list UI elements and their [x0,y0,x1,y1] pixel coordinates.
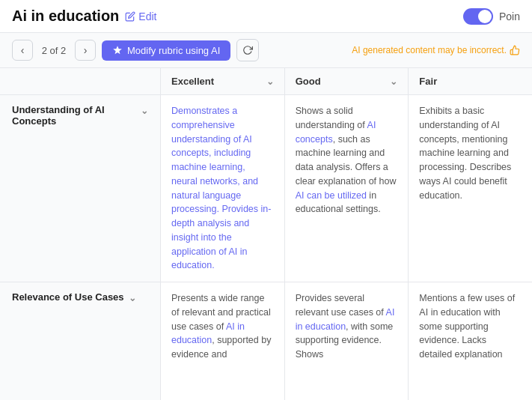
pencil-icon [125,11,135,22]
thumbs-up-icon [510,45,520,55]
cell-2-good[interactable]: Provides several relevant use cases of A… [285,282,409,400]
row-label-2[interactable]: Relevance of Use Cases ⌄ [0,282,161,400]
col-header-excellent-label: Excellent [171,76,214,87]
points-toggle[interactable] [463,8,493,25]
col-header-fair[interactable]: Fair [409,68,532,94]
cell-2-excellent[interactable]: Presents a wide range of relevant and pr… [161,282,285,400]
col-header-excellent[interactable]: Excellent ⌄ [161,68,285,94]
row-label-text-1: Understanding of AI Concepts [12,104,136,127]
cell-2-fair[interactable]: Mentions a few uses of AI in education w… [409,282,532,400]
app-header: Ai in education Edit Poin [0,0,532,33]
header-right: Poin [463,8,520,25]
edit-label: Edit [138,10,156,22]
criteria-header [0,68,161,94]
table-row: Relevance of Use Cases ⌄ Presents a wide… [0,282,532,400]
edit-button[interactable]: Edit [125,10,156,22]
row-label-text-2: Relevance of Use Cases [12,291,124,303]
points-label: Poin [499,10,520,22]
modify-rubric-button[interactable]: Modify rubric using AI [102,40,230,61]
refresh-icon [242,45,253,55]
cell-1-fair[interactable]: Exhibits a basic understanding of AI con… [409,95,532,282]
cell-text: Presents a wide range of relevant and pr… [171,293,271,332]
cell-text: Shows a solid understanding of [296,106,367,130]
row-label-1[interactable]: Understanding of AI Concepts ⌄ [0,95,161,282]
chevron-down-icon: ⌄ [266,76,274,87]
refresh-button[interactable] [236,39,259,61]
rubric-table: Excellent ⌄ Good ⌄ Fair Understanding of… [0,68,532,400]
col-header-good-label: Good [296,76,321,87]
table-header: Excellent ⌄ Good ⌄ Fair [0,68,532,95]
cell-text: Mentions a few uses of AI in education w… [419,293,515,360]
next-page-button[interactable]: › [75,40,96,61]
sparkle-icon [112,45,123,55]
ai-notice: AI generated content may be incorrect. [352,45,520,55]
ai-notice-text: AI generated content may be incorrect. [352,45,507,55]
cell-text: Demonstrates a comprehensive understandi… [171,106,258,214]
col-header-fair-label: Fair [419,76,437,87]
svg-marker-0 [113,46,122,54]
page-indicator: 2 of 2 [39,45,69,56]
rubric-toolbar: ‹ 2 of 2 › Modify rubric using AI AI gen… [0,33,532,68]
page-title: Ai in education [12,7,119,25]
row-chevron-icon: ⌄ [141,106,148,116]
cell-1-good[interactable]: Shows a solid understanding of AI concep… [285,95,409,282]
cell-text: Provides several relevant use cases of [296,293,386,318]
chevron-down-icon: ⌄ [390,76,397,87]
row-chevron-icon: ⌄ [129,293,136,303]
col-header-good[interactable]: Good ⌄ [285,68,409,94]
cell-1-excellent[interactable]: Demonstrates a comprehensive understandi… [161,95,285,282]
modify-btn-label: Modify rubric using AI [127,45,220,56]
cell-text: Exhibits a basic understanding of AI con… [419,106,511,201]
prev-page-button[interactable]: ‹ [12,40,33,61]
cell-text-ai2: AI can be utilized [296,190,367,201]
table-row: Understanding of AI Concepts ⌄ Demonstra… [0,95,532,282]
